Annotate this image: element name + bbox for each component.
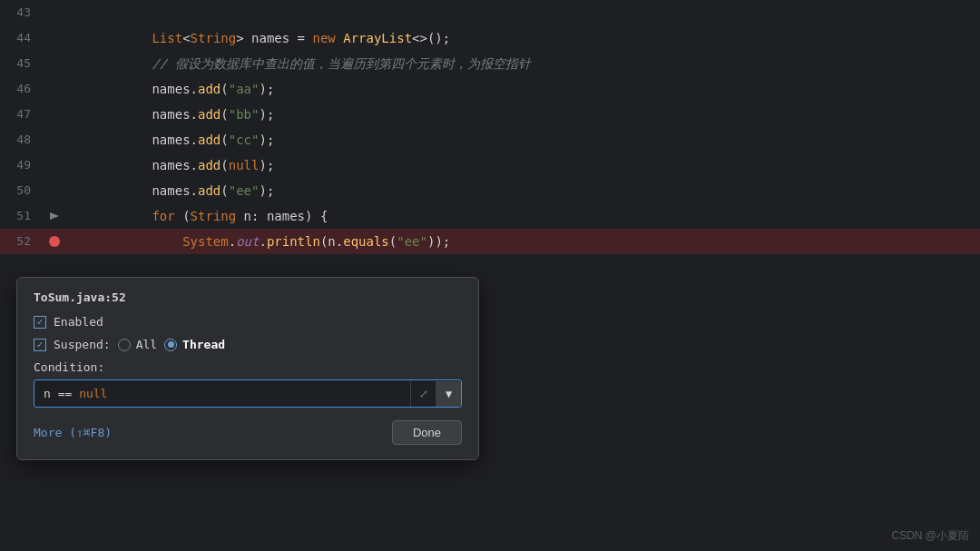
condition-expand-button[interactable]: ⤢ — [410, 381, 436, 407]
line-number-48: 48 — [0, 127, 45, 153]
radio-thread[interactable] — [164, 339, 177, 351]
radio-all-label: All — [136, 338, 157, 351]
code-lines: 43 44 List<String> names = new ArrayList… — [0, 0, 980, 254]
more-link[interactable]: More (⇧⌘F8) — [34, 426, 112, 439]
breakpoint-dot[interactable] — [49, 236, 60, 247]
gutter-51 — [45, 210, 64, 222]
line-number-51: 51 — [0, 203, 45, 229]
condition-dropdown-button[interactable]: ▼ — [436, 381, 461, 407]
line-number-52: 52 — [0, 229, 45, 254]
line-number-50: 50 — [0, 178, 45, 203]
condition-input-display[interactable]: n == null — [34, 380, 410, 407]
code-line-52: 52 System.out.println(n.equals("ee")); — [0, 229, 980, 254]
code-content-52: System.out.println(n.equals("ee")); — [64, 203, 450, 280]
enabled-checkbox[interactable] — [34, 316, 46, 329]
enabled-checkbox-container: Enabled — [34, 315, 103, 329]
watermark: CSDN @小夏陌 — [891, 528, 969, 544]
condition-label: Condition: — [34, 360, 462, 374]
enabled-row: Enabled — [34, 315, 462, 329]
condition-input-wrapper: n == null ⤢ ▼ — [34, 379, 462, 408]
code-editor: 43 44 List<String> names = new ArrayList… — [0, 0, 980, 551]
line-number-46: 46 — [0, 76, 45, 102]
done-button[interactable]: Done — [392, 420, 462, 445]
suspend-label: Suspend: — [54, 338, 111, 351]
line-number-47: 47 — [0, 102, 45, 127]
radio-thread-container: Thread — [164, 338, 225, 351]
line-number-43: 43 — [0, 0, 45, 25]
dialog-footer: More (⇧⌘F8) Done — [34, 420, 462, 445]
suspend-checkbox[interactable] — [34, 339, 46, 351]
expand-icon: ⤢ — [419, 388, 428, 400]
line-number-44: 44 — [0, 25, 45, 51]
radio-all[interactable] — [118, 339, 131, 351]
svg-marker-0 — [50, 212, 59, 220]
dialog-title: ToSum.java:52 — [34, 290, 462, 304]
radio-thread-label: Thread — [182, 338, 225, 351]
gutter-52 — [45, 236, 64, 247]
dropdown-icon: ▼ — [446, 388, 452, 400]
line-number-45: 45 — [0, 51, 45, 76]
enabled-label: Enabled — [54, 315, 103, 329]
breakpoint-dialog: ToSum.java:52 Enabled Suspend: All Threa… — [16, 277, 479, 460]
line-number-49: 49 — [0, 153, 45, 178]
suspend-row: Suspend: All Thread — [34, 338, 462, 351]
arrow-icon — [48, 210, 61, 222]
radio-all-container: All — [118, 338, 157, 351]
